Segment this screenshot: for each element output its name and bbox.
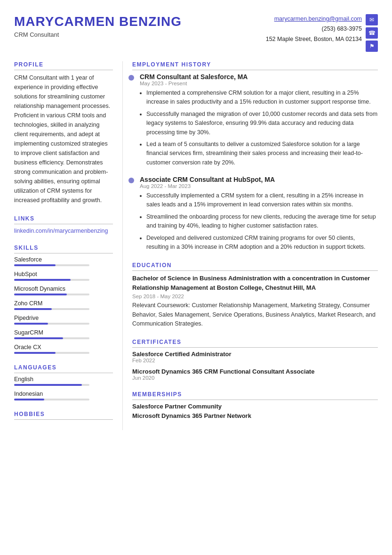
left-column: PROFILE CRM Consultant with 1 year of ex… xyxy=(14,61,122,430)
skill-bar-background xyxy=(14,352,89,354)
education-section-title: EDUCATION xyxy=(132,262,378,271)
certificates-section: CERTIFICATES Salesforce Certified Admini… xyxy=(132,339,378,381)
cert-date: Feb 2022 xyxy=(132,358,378,363)
linkedin-link[interactable]: linkedin.com/in/marycarmenbenzing xyxy=(14,228,108,234)
job-bullets: Implemented a comprehensive CRM solution… xyxy=(140,89,378,167)
cert-name: Microsoft Dynamics 365 CRM Functional Co… xyxy=(132,368,378,375)
skill-name: Oracle CX xyxy=(14,344,113,351)
skill-bar-background xyxy=(14,337,89,339)
languages-section: LANGUAGES English Indonesian xyxy=(14,364,113,400)
cert-name: Salesforce Certified Administrator xyxy=(132,351,378,358)
main-content: PROFILE CRM Consultant with 1 year of ex… xyxy=(0,61,392,444)
edu-dates: Sep 2018 - May 2022 xyxy=(132,294,378,299)
employment-section: EMPLOYMENT HISTORY CRM Consultant at Sal… xyxy=(132,61,378,252)
memberships-section: MEMBERSHIPS Salesforce Partner Community… xyxy=(132,391,378,419)
phone-icon: ☎ xyxy=(366,27,378,39)
certificate-item: Salesforce Certified Administrator Feb 2… xyxy=(132,351,378,363)
language-bar-fill xyxy=(14,384,82,386)
skill-item: Oracle CX xyxy=(14,344,113,354)
email-icon: ✉ xyxy=(366,14,378,25)
job-bullet: Led a team of 5 consultants to deliver a… xyxy=(146,140,378,167)
skill-bar-fill xyxy=(14,323,48,325)
skill-bar-background xyxy=(14,279,89,281)
certificate-item: Microsoft Dynamics 365 CRM Functional Co… xyxy=(132,368,378,381)
job-item: Associate CRM Consultant at HubSpot, MA … xyxy=(132,176,378,252)
skill-name: Salesforce xyxy=(14,256,113,263)
skill-bar-fill xyxy=(14,352,56,354)
skill-bar-background xyxy=(14,308,89,310)
skill-bar-fill xyxy=(14,294,67,295)
education-item: Bachelor of Science in Business Administ… xyxy=(132,274,378,328)
job-dot xyxy=(128,178,134,183)
job-bullets: Successfully implemented a CRM system fo… xyxy=(140,191,378,252)
job-title: Associate CRM Consultant at HubSpot, MA xyxy=(140,176,378,183)
hobbies-section: HOBBIES xyxy=(14,411,113,420)
cert-date: Jun 2020 xyxy=(132,375,378,381)
hobbies-section-title: HOBBIES xyxy=(14,411,113,420)
job-dot xyxy=(128,75,134,81)
job-bullet: Implemented a comprehensive CRM solution… xyxy=(146,89,378,107)
skill-item: SugarCRM xyxy=(14,329,113,339)
job-bullet: Developed and delivered customized CRM t… xyxy=(146,234,378,252)
skills-section-title: SKILLS xyxy=(14,245,113,253)
language-bar-fill xyxy=(14,399,44,400)
language-bar-background xyxy=(14,399,89,400)
membership-item: Salesforce Partner Community xyxy=(132,403,378,410)
email-link[interactable]: marycarmen.benzing@gmail.com xyxy=(266,14,362,24)
employment-section-title: EMPLOYMENT HISTORY xyxy=(132,61,378,70)
profile-text: CRM Consultant with 1 year of experience… xyxy=(14,73,113,205)
skill-item: Salesforce xyxy=(14,256,113,266)
header-right: marycarmen.benzing@gmail.com (253) 683-3… xyxy=(266,14,378,52)
skills-section: SKILLS Salesforce HubSpot Microsoft Dyna… xyxy=(14,245,113,354)
skill-bar-fill xyxy=(14,264,56,266)
language-item: Indonesian xyxy=(14,391,113,400)
language-bar-background xyxy=(14,384,89,386)
skills-list: Salesforce HubSpot Microsoft Dynamics Zo… xyxy=(14,256,113,354)
skill-bar-fill xyxy=(14,308,52,310)
edu-degree: Bachelor of Science in Business Administ… xyxy=(132,274,378,292)
education-section: EDUCATION Bachelor of Science in Busines… xyxy=(132,262,378,328)
memberships-section-title: MEMBERSHIPS xyxy=(132,391,378,400)
job-dates: Aug 2022 - Mar 2023 xyxy=(140,183,378,189)
skill-name: HubSpot xyxy=(14,271,113,278)
membership-item: Microsoft Dynamics 365 Partner Network xyxy=(132,412,378,419)
job-dates: May 2023 - Present xyxy=(140,81,378,86)
job-item: CRM Consultant at Salesforce, MA May 202… xyxy=(132,73,378,167)
skill-bar-background xyxy=(14,294,89,295)
links-section-title: LINKS xyxy=(14,215,113,224)
job-title: CRM Consultant at Salesforce, MA xyxy=(140,73,378,81)
language-name: Indonesian xyxy=(14,391,113,397)
skill-item: Pipedrive xyxy=(14,315,113,325)
skill-bar-fill xyxy=(14,337,63,339)
location-icon: ⚑ xyxy=(366,41,378,52)
certificates-list: Salesforce Certified Administrator Feb 2… xyxy=(132,351,378,381)
skill-name: Pipedrive xyxy=(14,315,113,321)
profile-section-title: PROFILE xyxy=(14,61,113,70)
address: 152 Maple Street, Boston, MA 02134 xyxy=(266,34,362,44)
profile-section: PROFILE CRM Consultant with 1 year of ex… xyxy=(14,61,113,205)
job-bullet: Successfully implemented a CRM system fo… xyxy=(146,191,378,210)
skill-name: Microsoft Dynamics xyxy=(14,286,113,292)
header-contact: marycarmen.benzing@gmail.com (253) 683-3… xyxy=(266,14,362,44)
jobs-list: CRM Consultant at Salesforce, MA May 202… xyxy=(132,73,378,252)
candidate-name: MARYCARMEN BENZING xyxy=(14,14,182,29)
links-section: LINKS linkedin.com/in/marycarmenbenzing xyxy=(14,215,113,234)
header: MARYCARMEN BENZING CRM Consultant maryca… xyxy=(0,0,392,61)
skill-item: HubSpot xyxy=(14,271,113,281)
phone-number: (253) 683-3975 xyxy=(266,24,362,34)
skill-name: Zoho CRM xyxy=(14,300,113,307)
language-name: English xyxy=(14,376,113,383)
languages-section-title: LANGUAGES xyxy=(14,364,113,373)
right-column: EMPLOYMENT HISTORY CRM Consultant at Sal… xyxy=(122,61,378,430)
certificates-section-title: CERTIFICATES xyxy=(132,339,378,348)
skill-item: Zoho CRM xyxy=(14,300,113,310)
job-bullet: Successfully managed the migration of ov… xyxy=(146,110,378,137)
language-item: English xyxy=(14,376,113,386)
header-icons: ✉ ☎ ⚑ xyxy=(366,14,378,52)
education-list: Bachelor of Science in Business Administ… xyxy=(132,274,378,328)
edu-coursework: Relevant Coursework: Customer Relationsh… xyxy=(132,301,378,328)
languages-list: English Indonesian xyxy=(14,376,113,400)
skill-item: Microsoft Dynamics xyxy=(14,286,113,295)
header-left: MARYCARMEN BENZING CRM Consultant xyxy=(14,14,182,38)
job-bullet: Streamlined the onboarding process for n… xyxy=(146,212,378,231)
